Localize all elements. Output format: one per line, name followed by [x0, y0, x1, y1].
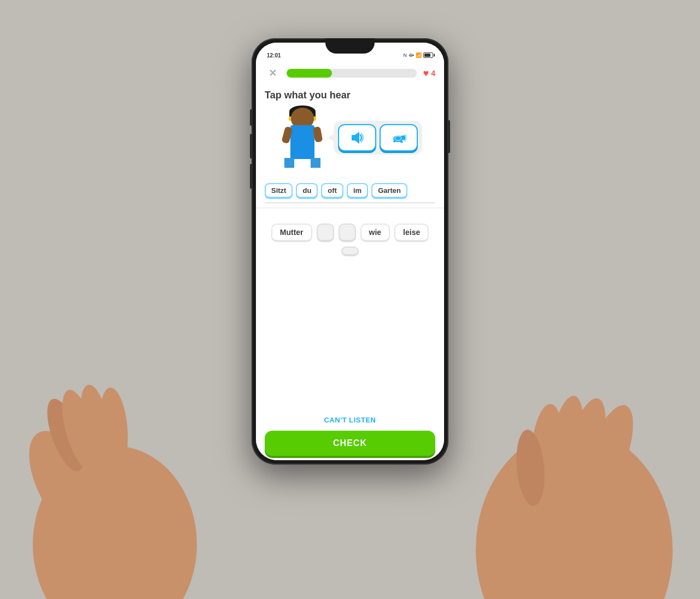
wifi-icon: ⟴ [409, 52, 414, 58]
volume-down-button [250, 164, 252, 189]
volume-up-button [250, 134, 252, 158]
svg-point-11 [514, 428, 547, 507]
speaker-icon [349, 130, 365, 145]
question-section: Tap what you hear [256, 85, 444, 183]
answer-word-garten[interactable]: Garten [371, 183, 407, 198]
audio-normal-button[interactable] [338, 124, 376, 151]
svg-marker-12 [352, 132, 359, 144]
svg-point-7 [570, 399, 644, 515]
close-icon: ✕ [269, 67, 277, 79]
svg-point-9 [542, 393, 590, 493]
word-chip-wie[interactable]: wie [360, 224, 390, 242]
app-header: ✕ ♥ 4 [256, 61, 444, 85]
network-icon: 📶 [416, 52, 422, 58]
phone-screen: 12:01 N ⟴ 📶 ✕ [256, 43, 444, 460]
svg-point-8 [557, 394, 614, 497]
svg-point-10 [528, 403, 566, 495]
character-figure [278, 108, 327, 168]
answer-word-du[interactable]: du [296, 183, 318, 198]
battery-icon [423, 52, 433, 58]
speech-bubble-tail [328, 133, 335, 142]
svg-point-5 [97, 386, 131, 471]
speech-bubble-body [334, 121, 422, 155]
answer-word-im[interactable]: im [347, 183, 368, 198]
cant-listen-button[interactable]: CAN'T LISTEN [256, 412, 444, 428]
character-area [265, 108, 435, 168]
word-chip-leise[interactable]: leise [394, 224, 429, 242]
svg-point-0 [33, 446, 197, 599]
power-button [448, 120, 450, 153]
audio-slow-button[interactable] [380, 124, 418, 151]
answer-word-oft[interactable]: oft [321, 183, 343, 198]
word-chip-mutter[interactable]: Mutter [271, 224, 312, 242]
mute-button [250, 109, 252, 126]
char-leg-right [311, 158, 320, 168]
progress-bar-container [287, 69, 417, 78]
answer-area: Sitzt du oft im Garten [265, 183, 435, 203]
check-button[interactable]: CHECK [265, 431, 435, 456]
question-title: Tap what you hear [265, 90, 435, 101]
char-pants [290, 143, 314, 159]
scene: 12:01 N ⟴ 📶 ✕ [0, 0, 700, 599]
status-icons: N ⟴ 📶 [404, 52, 434, 58]
phone-notch [325, 38, 375, 54]
svg-point-2 [40, 395, 92, 476]
status-time: 12:01 [267, 52, 281, 58]
divider [256, 208, 444, 208]
app-screen: 12:01 N ⟴ 📶 ✕ [256, 43, 444, 460]
svg-point-3 [55, 386, 103, 473]
word-chip-dimmed-1[interactable] [317, 224, 334, 242]
speech-bubble [334, 121, 422, 155]
word-bank: Mutter wie leise [256, 219, 444, 261]
progress-bar-fill [287, 69, 332, 78]
answer-word-sitzt[interactable]: Sitzt [265, 183, 293, 198]
signal-icon: N [404, 52, 407, 58]
svg-point-6 [476, 430, 673, 599]
phone-frame: 12:01 N ⟴ 📶 ✕ [252, 38, 448, 465]
word-chip-dimmed-3[interactable] [341, 246, 359, 256]
turtle-speaker-icon [391, 130, 406, 145]
hearts-container: ♥ 4 [423, 68, 435, 79]
char-leg-left [284, 158, 294, 168]
svg-point-1 [27, 418, 130, 562]
close-button[interactable]: ✕ [265, 66, 280, 81]
svg-point-4 [75, 383, 116, 471]
heart-icon: ♥ [423, 68, 429, 79]
hearts-count: 4 [431, 69, 435, 78]
word-chip-dimmed-2[interactable] [339, 224, 356, 242]
